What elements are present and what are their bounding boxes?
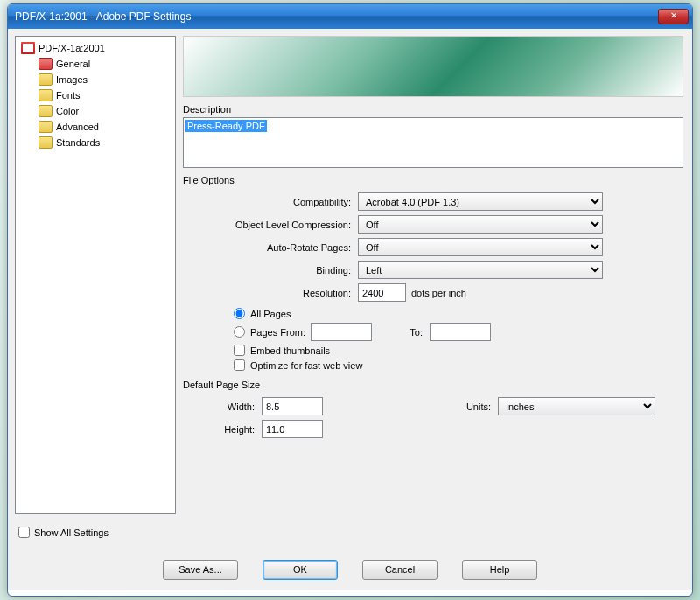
pages-from-input[interactable] <box>311 323 372 341</box>
pages-to-input[interactable] <box>430 323 491 341</box>
obj-compression-select[interactable]: Off <box>358 215 603 234</box>
description-value: Press-Ready PDF <box>186 120 267 132</box>
width-input[interactable] <box>262 397 323 415</box>
binding-label: Binding: <box>183 265 358 276</box>
tree-item-label: Images <box>56 74 88 85</box>
close-button[interactable]: ✕ <box>658 9 689 24</box>
folder-icon <box>38 136 52 149</box>
tree-item-standards[interactable]: Standards <box>18 135 173 150</box>
compatibility-select[interactable]: Acrobat 4.0 (PDF 1.3) <box>358 192 603 211</box>
sidebar: PDF/X-1a:2001 General Images Fonts Color <box>8 29 183 548</box>
folder-icon <box>38 89 52 101</box>
tree-root[interactable]: PDF/X-1a:2001 <box>18 40 173 56</box>
show-all-settings-checkbox[interactable]: Show All Settings <box>15 523 176 541</box>
folder-open-icon <box>38 58 52 70</box>
tree-root-label: PDF/X-1a:2001 <box>38 43 105 53</box>
tree-item-label: Standards <box>56 137 100 148</box>
description-label: Description <box>183 102 683 117</box>
window-title: PDF/X-1a:2001 - Adobe PDF Settings <box>15 10 658 23</box>
ok-button[interactable]: OK <box>262 560 338 580</box>
tree-item-images[interactable]: Images <box>18 72 173 87</box>
units-label: Units: <box>428 401 498 412</box>
titlebar: PDF/X-1a:2001 - Adobe PDF Settings ✕ <box>8 4 692 29</box>
folder-icon <box>38 121 52 133</box>
all-pages-label: All Pages <box>250 309 290 319</box>
cancel-button[interactable]: Cancel <box>362 560 438 580</box>
show-all-checkbox-input[interactable] <box>18 527 30 538</box>
optimize-web-label: Optimize for fast web view <box>250 360 362 371</box>
pdf-icon <box>21 42 35 54</box>
width-label: Width: <box>183 401 262 412</box>
window-body: PDF/X-1a:2001 General Images Fonts Color <box>8 29 692 548</box>
settings-tree[interactable]: PDF/X-1a:2001 General Images Fonts Color <box>15 36 176 514</box>
pages-from-label: Pages From: <box>250 327 305 338</box>
tree-item-fonts[interactable]: Fonts <box>18 87 173 103</box>
obj-compression-label: Object Level Compression: <box>183 220 358 230</box>
height-label: Height: <box>183 424 262 435</box>
resolution-unit: dots per inch <box>411 288 466 298</box>
folder-icon <box>38 73 52 86</box>
default-page-size-label: Default Page Size <box>183 378 683 393</box>
tree-item-label: Advanced <box>56 122 99 132</box>
resolution-input[interactable] <box>358 283 406 302</box>
auto-rotate-label: Auto-Rotate Pages: <box>183 242 358 253</box>
optimize-web-checkbox[interactable] <box>234 359 245 371</box>
file-options-group: File Options Compatibility: Acrobat 4.0 … <box>183 173 683 373</box>
header-banner <box>183 36 683 97</box>
file-options-label: File Options <box>183 173 683 188</box>
embed-thumbnails-label: Embed thumbnails <box>250 345 330 356</box>
main-panel: Description Press-Ready PDF File Options… <box>183 29 692 548</box>
pages-to-label: To: <box>377 327 430 338</box>
tree-item-label: General <box>56 59 90 69</box>
default-page-size-group: Default Page Size Width: Units: Inches H… <box>183 378 683 443</box>
show-all-label: Show All Settings <box>34 527 108 538</box>
height-input[interactable] <box>262 420 323 438</box>
description-group: Description Press-Ready PDF <box>183 102 683 168</box>
embed-thumbnails-checkbox[interactable] <box>234 345 245 356</box>
folder-icon <box>38 105 52 117</box>
tree-item-color[interactable]: Color <box>18 103 173 119</box>
binding-select[interactable]: Left <box>358 261 603 279</box>
auto-rotate-select[interactable]: Off <box>358 238 603 256</box>
compatibility-label: Compatibility: <box>183 197 358 207</box>
button-bar: Save As... OK Cancel Help <box>8 548 692 590</box>
dialog-window: PDF/X-1a:2001 - Adobe PDF Settings ✕ PDF… <box>7 3 693 597</box>
description-textarea[interactable]: Press-Ready PDF <box>183 117 683 168</box>
save-as-button[interactable]: Save As... <box>163 560 238 580</box>
tree-item-general[interactable]: General <box>18 56 173 72</box>
units-select[interactable]: Inches <box>498 397 655 415</box>
tree-item-label: Fonts <box>56 90 80 101</box>
all-pages-radio[interactable] <box>234 308 245 319</box>
tree-item-label: Color <box>56 106 79 116</box>
resolution-label: Resolution: <box>183 288 358 298</box>
pages-from-radio[interactable] <box>234 326 245 338</box>
tree-item-advanced[interactable]: Advanced <box>18 119 173 135</box>
help-button[interactable]: Help <box>462 560 537 580</box>
